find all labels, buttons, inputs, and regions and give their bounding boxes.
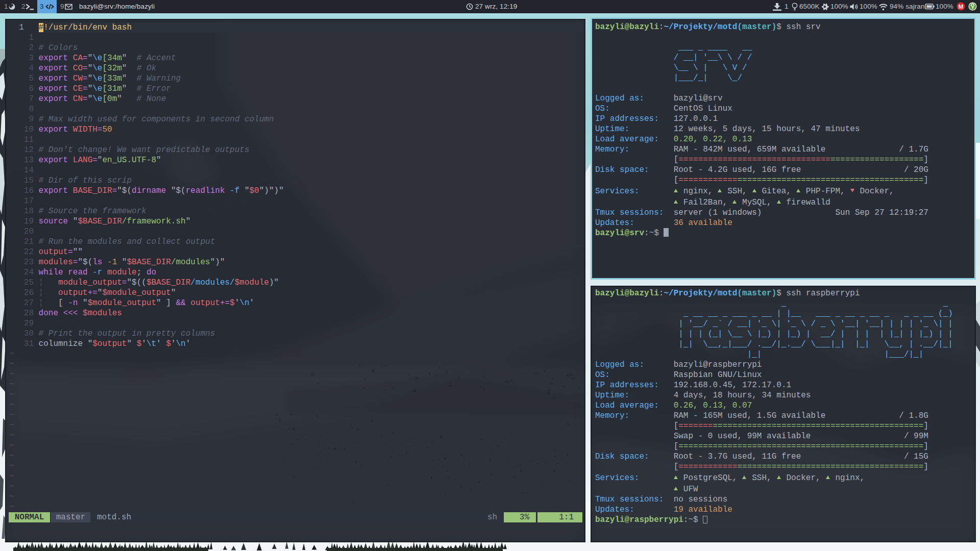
svg-text:M: M [959, 4, 964, 10]
